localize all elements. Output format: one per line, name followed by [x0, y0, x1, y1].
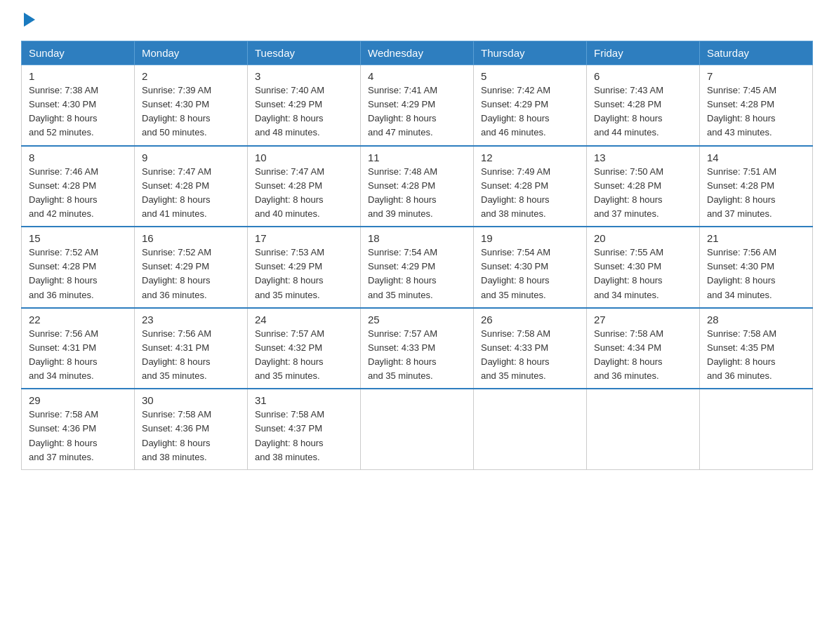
calendar-header-row: SundayMondayTuesdayWednesdayThursdayFrid…	[22, 41, 813, 65]
day-cell: 16 Sunrise: 7:52 AM Sunset: 4:29 PM Dayl…	[135, 227, 248, 308]
day-cell: 20 Sunrise: 7:55 AM Sunset: 4:30 PM Dayl…	[587, 227, 700, 308]
day-number: 17	[255, 232, 353, 244]
day-number: 29	[29, 394, 127, 406]
day-number: 9	[142, 152, 240, 163]
day-cell: 13 Sunrise: 7:50 AM Sunset: 4:28 PM Dayl…	[587, 146, 700, 227]
day-info: Sunrise: 7:49 AM Sunset: 4:28 PM Dayligh…	[481, 165, 579, 222]
day-cell: 3 Sunrise: 7:40 AM Sunset: 4:29 PM Dayli…	[248, 65, 361, 146]
day-cell: 27 Sunrise: 7:58 AM Sunset: 4:34 PM Dayl…	[587, 308, 700, 389]
day-number: 3	[255, 70, 353, 82]
day-info: Sunrise: 7:47 AM Sunset: 4:28 PM Dayligh…	[255, 165, 353, 222]
day-cell: 17 Sunrise: 7:53 AM Sunset: 4:29 PM Dayl…	[248, 227, 361, 308]
day-number: 7	[707, 70, 805, 82]
day-cell: 8 Sunrise: 7:46 AM Sunset: 4:28 PM Dayli…	[22, 146, 135, 227]
day-number: 23	[142, 314, 240, 326]
day-cell: 11 Sunrise: 7:48 AM Sunset: 4:28 PM Dayl…	[361, 146, 474, 227]
day-number: 30	[142, 394, 240, 406]
day-cell: 6 Sunrise: 7:43 AM Sunset: 4:28 PM Dayli…	[587, 65, 700, 146]
day-info: Sunrise: 7:58 AM Sunset: 4:35 PM Dayligh…	[707, 327, 805, 384]
day-cell: 23 Sunrise: 7:56 AM Sunset: 4:31 PM Dayl…	[135, 308, 248, 389]
day-info: Sunrise: 7:46 AM Sunset: 4:28 PM Dayligh…	[29, 165, 127, 222]
day-info: Sunrise: 7:43 AM Sunset: 4:28 PM Dayligh…	[594, 83, 692, 140]
col-header-sunday: Sunday	[22, 41, 135, 65]
day-info: Sunrise: 7:56 AM Sunset: 4:30 PM Dayligh…	[707, 246, 805, 302]
day-number: 19	[481, 232, 579, 244]
day-number: 12	[481, 152, 579, 163]
day-number: 28	[707, 314, 805, 326]
day-cell: 9 Sunrise: 7:47 AM Sunset: 4:28 PM Dayli…	[135, 146, 248, 227]
week-row-5: 29 Sunrise: 7:58 AM Sunset: 4:36 PM Dayl…	[22, 389, 813, 469]
day-cell	[700, 389, 813, 469]
col-header-monday: Monday	[135, 41, 248, 65]
day-info: Sunrise: 7:52 AM Sunset: 4:28 PM Dayligh…	[29, 246, 127, 302]
day-info: Sunrise: 7:58 AM Sunset: 4:33 PM Dayligh…	[481, 327, 579, 384]
day-info: Sunrise: 7:40 AM Sunset: 4:29 PM Dayligh…	[255, 83, 353, 140]
day-cell: 19 Sunrise: 7:54 AM Sunset: 4:30 PM Dayl…	[474, 227, 587, 308]
week-row-3: 15 Sunrise: 7:52 AM Sunset: 4:28 PM Dayl…	[22, 227, 813, 308]
day-info: Sunrise: 7:47 AM Sunset: 4:28 PM Dayligh…	[142, 165, 240, 222]
day-cell: 21 Sunrise: 7:56 AM Sunset: 4:30 PM Dayl…	[700, 227, 813, 308]
day-info: Sunrise: 7:57 AM Sunset: 4:32 PM Dayligh…	[255, 327, 353, 384]
day-info: Sunrise: 7:54 AM Sunset: 4:30 PM Dayligh…	[481, 246, 579, 302]
day-number: 2	[142, 70, 240, 82]
day-number: 4	[368, 70, 466, 82]
day-info: Sunrise: 7:51 AM Sunset: 4:28 PM Dayligh…	[707, 165, 805, 222]
day-cell: 5 Sunrise: 7:42 AM Sunset: 4:29 PM Dayli…	[474, 65, 587, 146]
day-cell: 25 Sunrise: 7:57 AM Sunset: 4:33 PM Dayl…	[361, 308, 474, 389]
day-cell: 31 Sunrise: 7:58 AM Sunset: 4:37 PM Dayl…	[248, 389, 361, 469]
col-header-tuesday: Tuesday	[248, 41, 361, 65]
day-cell: 22 Sunrise: 7:56 AM Sunset: 4:31 PM Dayl…	[22, 308, 135, 389]
day-cell: 10 Sunrise: 7:47 AM Sunset: 4:28 PM Dayl…	[248, 146, 361, 227]
day-info: Sunrise: 7:56 AM Sunset: 4:31 PM Dayligh…	[142, 327, 240, 384]
day-number: 18	[368, 232, 466, 244]
day-cell: 30 Sunrise: 7:58 AM Sunset: 4:36 PM Dayl…	[135, 389, 248, 469]
col-header-wednesday: Wednesday	[361, 41, 474, 65]
col-header-saturday: Saturday	[700, 41, 813, 65]
day-number: 13	[594, 152, 692, 163]
day-number: 25	[368, 314, 466, 326]
day-info: Sunrise: 7:48 AM Sunset: 4:28 PM Dayligh…	[368, 165, 466, 222]
day-info: Sunrise: 7:50 AM Sunset: 4:28 PM Dayligh…	[594, 165, 692, 222]
day-info: Sunrise: 7:53 AM Sunset: 4:29 PM Dayligh…	[255, 246, 353, 302]
day-info: Sunrise: 7:57 AM Sunset: 4:33 PM Dayligh…	[368, 327, 466, 384]
day-number: 16	[142, 232, 240, 244]
day-number: 11	[368, 152, 466, 163]
day-cell	[587, 389, 700, 469]
day-number: 6	[594, 70, 692, 82]
day-number: 24	[255, 314, 353, 326]
day-number: 21	[707, 232, 805, 244]
day-number: 27	[594, 314, 692, 326]
day-cell: 15 Sunrise: 7:52 AM Sunset: 4:28 PM Dayl…	[22, 227, 135, 308]
day-number: 10	[255, 152, 353, 163]
day-info: Sunrise: 7:55 AM Sunset: 4:30 PM Dayligh…	[594, 246, 692, 302]
day-number: 8	[29, 152, 127, 163]
day-number: 15	[29, 232, 127, 244]
day-cell	[361, 389, 474, 469]
day-info: Sunrise: 7:38 AM Sunset: 4:30 PM Dayligh…	[29, 83, 127, 140]
day-cell: 18 Sunrise: 7:54 AM Sunset: 4:29 PM Dayl…	[361, 227, 474, 308]
day-cell: 29 Sunrise: 7:58 AM Sunset: 4:36 PM Dayl…	[22, 389, 135, 469]
day-cell: 24 Sunrise: 7:57 AM Sunset: 4:32 PM Dayl…	[248, 308, 361, 389]
col-header-friday: Friday	[587, 41, 700, 65]
day-number: 5	[481, 70, 579, 82]
day-info: Sunrise: 7:58 AM Sunset: 4:36 PM Dayligh…	[142, 408, 240, 464]
day-cell: 12 Sunrise: 7:49 AM Sunset: 4:28 PM Dayl…	[474, 146, 587, 227]
day-cell: 1 Sunrise: 7:38 AM Sunset: 4:30 PM Dayli…	[22, 65, 135, 146]
day-info: Sunrise: 7:58 AM Sunset: 4:37 PM Dayligh…	[255, 408, 353, 464]
day-info: Sunrise: 7:52 AM Sunset: 4:29 PM Dayligh…	[142, 246, 240, 302]
page-header	[21, 14, 813, 28]
logo[interactable]	[21, 14, 35, 28]
day-info: Sunrise: 7:42 AM Sunset: 4:29 PM Dayligh…	[481, 83, 579, 140]
calendar-table: SundayMondayTuesdayWednesdayThursdayFrid…	[21, 41, 813, 470]
day-info: Sunrise: 7:56 AM Sunset: 4:31 PM Dayligh…	[29, 327, 127, 384]
day-number: 20	[594, 232, 692, 244]
day-cell: 7 Sunrise: 7:45 AM Sunset: 4:28 PM Dayli…	[700, 65, 813, 146]
day-info: Sunrise: 7:58 AM Sunset: 4:34 PM Dayligh…	[594, 327, 692, 384]
day-info: Sunrise: 7:41 AM Sunset: 4:29 PM Dayligh…	[368, 83, 466, 140]
logo-arrow-icon	[24, 13, 35, 27]
day-cell	[474, 389, 587, 469]
day-info: Sunrise: 7:58 AM Sunset: 4:36 PM Dayligh…	[29, 408, 127, 464]
day-cell: 2 Sunrise: 7:39 AM Sunset: 4:30 PM Dayli…	[135, 65, 248, 146]
day-number: 31	[255, 394, 353, 406]
week-row-1: 1 Sunrise: 7:38 AM Sunset: 4:30 PM Dayli…	[22, 65, 813, 146]
